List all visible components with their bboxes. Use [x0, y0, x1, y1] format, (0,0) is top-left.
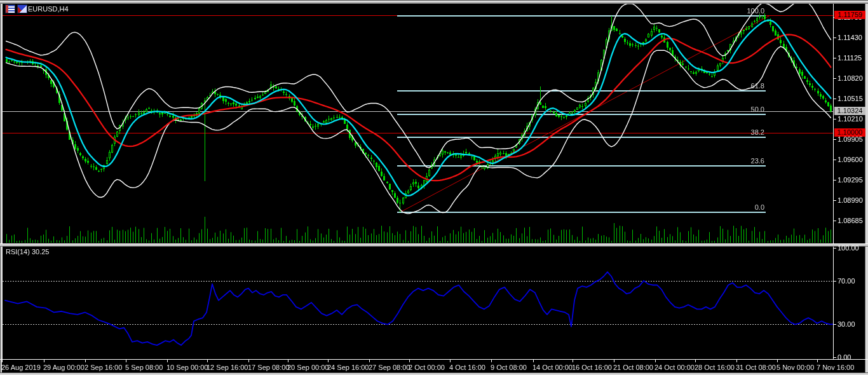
price-axis-label: 1.08990: [837, 196, 863, 205]
fib-level-label: 50.0: [751, 106, 764, 113]
fib-level-label: 100.0: [747, 7, 764, 15]
price-axis-label: 1.10515: [837, 95, 863, 103]
price-tag-resistance: 1.11759: [834, 11, 865, 19]
chart-symbol-label: EURUSD,H4: [28, 5, 69, 13]
time-axis-label: 16 Oct 16:00: [572, 364, 612, 372]
time-axis-label: 9 Oct 08:00: [491, 364, 527, 372]
fib-level-label: 38.2: [751, 128, 764, 136]
fib-level-label: 61.8: [751, 82, 764, 90]
time-axis-label: 21 Oct 08:00: [613, 364, 653, 372]
price-axis-label: 1.10210: [837, 115, 863, 123]
chart-window: EURUSD,H4 RSI(14) 30.25 1.11759 1.10324 …: [0, 0, 868, 375]
chart-menu-icons[interactable]: [5, 4, 27, 13]
rsi-axis-label: 70.00: [837, 277, 855, 285]
time-axis-label: 27 Sep 08:00: [369, 364, 410, 372]
pane-divider[interactable]: [0, 243, 868, 247]
time-axis-label: 24 Oct 00:00: [654, 364, 695, 372]
price-tag-current: 1.10324: [834, 107, 865, 115]
time-axis-label: 26 Aug 2019: [1, 364, 41, 372]
time-axis-label: 2 Oct 00:00: [409, 364, 445, 372]
rsi-axis-label: 30.00: [837, 320, 855, 329]
price-tag-support: 1.10000: [834, 128, 865, 137]
price-axis-label: 1.10820: [837, 74, 863, 83]
time-axis-label: 5 Sep 08:00: [125, 364, 163, 372]
price-axis-label: 1.09600: [837, 156, 863, 164]
price-axis-label: 1.11430: [837, 34, 862, 42]
list-icon: [5, 4, 15, 13]
time-axis-label: 12 Sep 16:00: [207, 364, 248, 372]
price-axis-label: 1.11125: [837, 54, 862, 62]
fib-level-label: 0.0: [755, 203, 764, 211]
time-axis-label: 29 Aug 00:00: [43, 364, 85, 372]
time-axis-label: 20 Sep 00:00: [287, 364, 329, 372]
time-axis-label: 24 Sep 16:00: [327, 364, 369, 372]
time-axis-label: 10 Sep 00:00: [166, 364, 208, 372]
time-axis-label: 5 Nov 00:00: [776, 364, 814, 372]
price-axis-label: 1.09295: [837, 176, 863, 184]
time-axis-label: 31 Oct 08:00: [736, 364, 776, 372]
rsi-axis-label: 0.00: [837, 353, 851, 362]
time-axis-label: 14 Oct 00:00: [532, 364, 573, 372]
time-axis-label: 7 Nov 16:00: [817, 364, 854, 372]
chart-canvas[interactable]: [0, 0, 868, 375]
time-axis-label: 28 Oct 16:00: [695, 364, 735, 372]
fib-level-label: 23.6: [751, 157, 764, 165]
price-axis-label: 1.08685: [837, 217, 863, 225]
time-axis-label: 2 Sep 16:00: [85, 364, 122, 372]
time-axis-label: 17 Sep 08:00: [248, 364, 289, 372]
rsi-indicator-label: RSI(14) 30.25: [6, 248, 49, 256]
time-axis-label: 4 Oct 16:00: [449, 364, 485, 372]
chart-icon: [17, 4, 27, 13]
